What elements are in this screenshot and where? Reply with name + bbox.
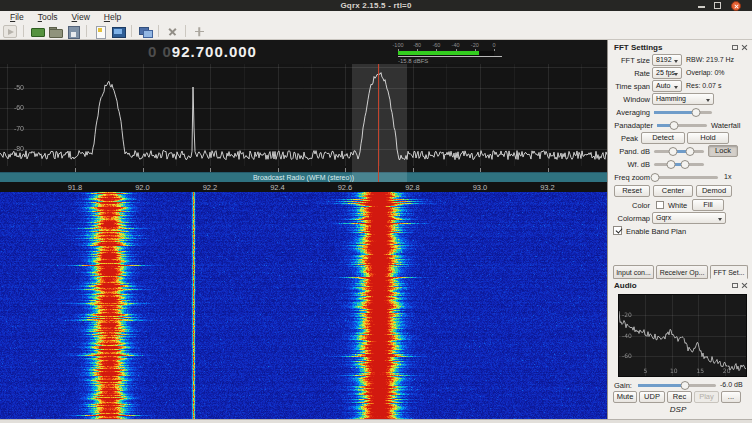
db-axis-label: -60	[2, 104, 24, 111]
reset-button[interactable]: Reset	[614, 185, 650, 197]
db-axis-label: -80	[2, 145, 24, 152]
fill-button[interactable]: Fill	[692, 199, 724, 211]
audio-gain-row: Gain: -6.0 dB	[608, 379, 752, 391]
fft-dock-controls	[732, 44, 748, 51]
colormap-label: Colormap	[610, 214, 650, 223]
enable-band-plan-label: Enable Band Plan	[626, 227, 686, 236]
freq-axis-label: 92.8	[405, 183, 420, 192]
app-windows-icon[interactable]	[138, 25, 152, 38]
panadapter-label: Panadapter	[610, 121, 653, 130]
menu-view[interactable]: View	[65, 12, 97, 22]
timespan-select[interactable]: Auto	[652, 80, 682, 92]
menu-help[interactable]: Help	[97, 12, 128, 22]
save-file-icon[interactable]	[66, 25, 80, 38]
freq-axis-label: 93.2	[540, 183, 555, 192]
tab-input-controls[interactable]: Input con...	[613, 265, 654, 279]
averaging-slider[interactable]	[654, 111, 712, 114]
signal-meter: -100-80-60-40-200 -15.8 dBFS	[398, 42, 502, 64]
open-file-icon[interactable]	[48, 25, 62, 38]
peak-detect-button[interactable]: Detect	[641, 132, 685, 144]
io-device-icon[interactable]	[30, 25, 44, 38]
bandplan-bar[interactable]: Broadcast Radio (WFM (stereo))	[0, 172, 607, 182]
demod-button[interactable]: Demod	[696, 185, 732, 197]
float-dock-icon[interactable]	[732, 283, 738, 288]
tuning-line[interactable]	[378, 64, 379, 182]
bookmarks-icon[interactable]	[93, 25, 107, 38]
tab-receiver-options[interactable]: Receiver Op...	[656, 265, 708, 279]
freq-zoom-label: Freq zoom	[610, 173, 650, 182]
start-dsp-icon[interactable]	[3, 25, 17, 38]
freq-axis-label: 92.0	[135, 183, 150, 192]
meter-scale-label: -80	[413, 42, 421, 48]
color-label: Color	[610, 201, 650, 210]
play-button[interactable]: Play	[694, 391, 719, 403]
toolbar-separator	[86, 25, 87, 37]
center-button[interactable]: Center	[653, 185, 693, 197]
right-dock: FFT Settings FFT size 8192 RBW: 219.7 Hz…	[607, 40, 752, 419]
fft-size-label: FFT size	[610, 56, 650, 65]
colormap-select[interactable]: Gqrx	[652, 212, 726, 224]
peak-hold-button[interactable]: Hold	[687, 132, 729, 144]
demod-filter-box[interactable]	[352, 64, 407, 182]
color-swatch[interactable]	[656, 201, 664, 209]
freq-axis-label: 91.8	[68, 183, 83, 192]
window-select[interactable]: Hamming	[652, 93, 714, 105]
fft-settings-title: FFT Settings	[614, 43, 662, 52]
rate-select[interactable]: 25 fps	[652, 67, 682, 79]
meter-scale-label: -20	[471, 42, 479, 48]
audio-gain-slider[interactable]	[638, 384, 716, 387]
toolbar-separator	[23, 25, 24, 37]
timespan-label: Time span	[610, 82, 650, 91]
menu-tools[interactable]: Tools	[31, 12, 65, 22]
titlebar: Gqrx 2.15.5 - rtl=0	[0, 0, 752, 11]
maximize-icon[interactable]	[714, 2, 721, 9]
toolbar	[0, 23, 752, 40]
meter-scale-label: -60	[432, 42, 440, 48]
audio-title: Audio	[614, 281, 637, 290]
freq-zoom-slider[interactable]	[654, 176, 718, 179]
window-bottom-frame	[0, 419, 752, 423]
more-options-button[interactable]: ...	[721, 391, 741, 403]
toolbar-separator	[158, 25, 159, 37]
waterfall-display[interactable]	[0, 192, 607, 419]
freq-axis-label: 93.0	[473, 183, 488, 192]
db-axis-label: -70	[2, 125, 24, 132]
signal-meter-baseline	[398, 56, 502, 57]
res-value: Res: 0.07 s	[686, 82, 721, 89]
freq-axis-label: 92.2	[203, 183, 218, 192]
waterfall-db-range-slider[interactable]	[654, 163, 704, 166]
audio-spectrum-plot	[618, 294, 747, 377]
averaging-label: Averaging	[610, 108, 650, 117]
color-value: White	[668, 201, 687, 210]
tab-fft-settings[interactable]: FFT Set...	[710, 265, 748, 279]
rec-button[interactable]: Rec	[667, 391, 692, 403]
audio-buttons: Mute UDP Rec Play ...	[608, 391, 752, 403]
enable-band-plan-checkbox[interactable]	[613, 226, 622, 235]
peak-label: Peak	[610, 134, 638, 143]
mute-button[interactable]: Mute	[613, 391, 637, 403]
menu-file[interactable]: File	[3, 12, 31, 22]
crosshair-icon[interactable]	[192, 25, 206, 38]
lock-button[interactable]: Lock	[708, 145, 738, 157]
db-axis-label: -50	[2, 84, 24, 91]
fullscreen-icon[interactable]	[111, 25, 125, 38]
waterfall-label: Waterfall	[711, 121, 740, 130]
frequency-display[interactable]: 0 092.700.000	[148, 43, 257, 60]
pandapter-db-range-slider[interactable]	[654, 150, 704, 153]
close-dock-icon[interactable]	[741, 282, 748, 289]
close-icon[interactable]	[731, 1, 741, 11]
udp-button[interactable]: UDP	[639, 391, 665, 403]
tool-x-icon[interactable]	[165, 25, 179, 38]
gain-value: -6.0 dB	[720, 381, 743, 388]
menubar: FileToolsViewHelp	[0, 11, 752, 23]
close-dock-icon[interactable]	[741, 44, 748, 51]
frequency-axis: 91.892.092.292.492.692.893.093.293.4	[0, 182, 607, 192]
freq-axis-label: 92.4	[270, 183, 285, 192]
spectrum-plot[interactable]	[0, 64, 607, 166]
rbw-value: RBW: 219.7 Hz	[686, 56, 734, 63]
float-dock-icon[interactable]	[732, 45, 738, 50]
frequency-value: 92.700.000	[172, 43, 257, 60]
fft-size-select[interactable]: 8192	[652, 54, 682, 66]
panadapter-waterfall-slider[interactable]	[657, 124, 707, 127]
minimize-icon[interactable]	[698, 6, 705, 8]
